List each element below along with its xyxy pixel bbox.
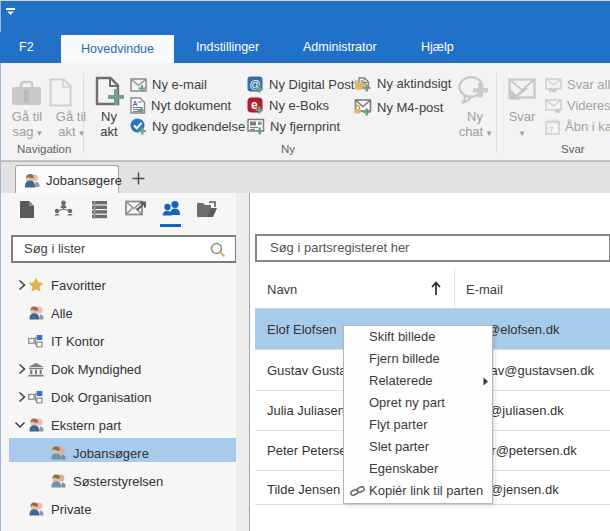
svg-text:7: 7 (549, 125, 554, 134)
svg-text:A: A (133, 100, 138, 107)
